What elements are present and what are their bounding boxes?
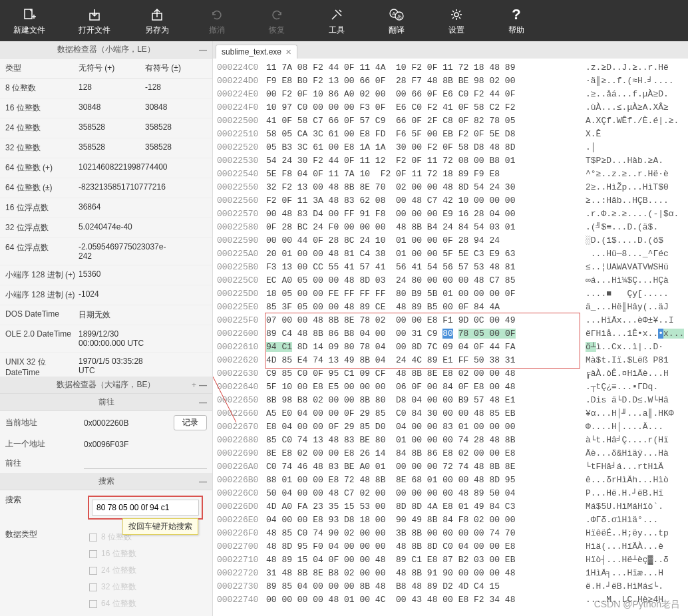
- datatype-option[interactable]: 16 位整数: [84, 545, 207, 562]
- inspector-row: 小端序 128 进制 (±)-1024: [0, 285, 212, 305]
- hex-row[interactable]: 0002251058 05 CA 3C 61 00 E8 FD F6 5F 00…: [213, 128, 688, 141]
- toolbar-label: 另存为: [145, 25, 169, 36]
- open-file-button[interactable]: 打开文件: [79, 6, 110, 36]
- hex-row[interactable]: 000225B0F3 13 00 CC 55 41 57 41 56 41 54…: [213, 261, 688, 274]
- hex-row[interactable]: 0002261094 C1 8D 14 09 80 78 04 00 8D 7C…: [213, 341, 688, 354]
- search-label: 搜索: [5, 494, 79, 506]
- prev-addr-label: 上一个地址: [5, 438, 79, 450]
- hex-row[interactable]: 00022660A5 E0 04 00 00 0F 29 85 C0 84 30…: [213, 407, 688, 420]
- hex-row[interactable]: 0002255032 F2 13 00 48 8B 8E 70 02 00 00…: [213, 181, 688, 194]
- file-tab[interactable]: sublime_text.exe ✕: [216, 45, 297, 59]
- settings-button[interactable]: 设置: [443, 6, 470, 36]
- collapse-icon[interactable]: —: [199, 45, 207, 55]
- add-icon[interactable]: +: [192, 381, 196, 390]
- hex-row[interactable]: 00022670E8 04 00 00 0F 29 85 D0 04 00 00…: [213, 420, 688, 434]
- inspector-row: 24 位整数358528358528: [0, 118, 212, 138]
- hex-row[interactable]: 0002257000 48 83 D4 00 FF 91 F8 00 00 00…: [213, 208, 688, 221]
- hex-row[interactable]: 0002273089 85 04 00 00 00 8B 48 B8 48 89…: [213, 580, 688, 593]
- hex-row[interactable]: 00022630C9 85 C0 0F 95 C1 09 CF 48 8B 8E…: [213, 367, 688, 381]
- new-file-button[interactable]: 新建文件: [13, 6, 45, 36]
- hex-row[interactable]: 000226508B 98 B8 02 00 00 8B 80 D8 04 00…: [213, 394, 688, 407]
- help-icon: ?: [512, 6, 520, 23]
- hex-row[interactable]: 000226204D 85 E4 74 13 49 8B 04 24 4C 89…: [213, 354, 688, 367]
- gear-icon: [450, 6, 463, 23]
- inspector-row: OLE 2.0 DateTime1899/12/30 00:00:00.000 …: [0, 325, 212, 353]
- goto-input[interactable]: [84, 458, 207, 469]
- hex-editor[interactable]: 000224C011 7A 08 F2 44 0F 11 4A 10 F2 0F…: [213, 59, 688, 616]
- save-as-button[interactable]: 另存为: [144, 6, 170, 36]
- search-box: 按回车键开始搜索: [88, 496, 203, 520]
- hex-row[interactable]: 000226E004 00 00 E8 93 D8 18 00 90 49 8B…: [213, 514, 688, 527]
- inspector-be-header[interactable]: 数据检查器（大端序，BE） + —: [0, 377, 212, 394]
- tab-bar: sublime_text.exe ✕: [213, 41, 688, 59]
- goto-panel: 当前地址 0x0002260B 记录 上一个地址 0x0096F03F 前往: [0, 411, 212, 473]
- hex-row[interactable]: 000224C011 7A 08 F2 44 0F 11 4A 10 F2 0F…: [213, 61, 688, 75]
- hex-row[interactable]: 000225405E F8 04 0F 11 7A 10 F2 0F 11 72…: [213, 168, 688, 181]
- inspector-row: 64 位浮点数-2.0595469775023037e-242: [0, 238, 212, 265]
- panel-title: 数据检查器（大端序，BE）: [57, 379, 155, 390]
- toolbar-label: 翻译: [389, 25, 405, 36]
- inspector-row: 32 位浮点数5.0240474e-40: [0, 218, 212, 238]
- translate-button[interactable]: Aあ 翻译: [383, 6, 410, 36]
- hex-row[interactable]: 0002268085 C0 74 13 48 83 BE 80 01 00 00…: [213, 434, 688, 447]
- collapse-icon[interactable]: —: [199, 398, 207, 407]
- hex-row[interactable]: 000226A0C0 74 46 48 83 BE A0 01 00 00 00…: [213, 460, 688, 474]
- inspector-row: DOS DateTime日期无效: [0, 305, 212, 325]
- hex-row[interactable]: 000225C0EC A0 05 00 00 48 8D 03 24 80 00…: [213, 274, 688, 287]
- hex-row[interactable]: 000225800F 28 BC 24 F0 00 00 00 48 8B B4…: [213, 221, 688, 234]
- datatype-option[interactable]: 32 位整数: [84, 579, 207, 595]
- inspector-row: 16 位浮点数36864: [0, 198, 212, 218]
- hex-row[interactable]: 000226F048 85 C0 74 90 02 00 00 3B 8B 00…: [213, 527, 688, 540]
- toolbar-label: 打开文件: [79, 25, 110, 36]
- hex-row[interactable]: 000226D04D A0 FA 23 35 15 53 00 8D 8D 4A…: [213, 500, 688, 514]
- close-icon[interactable]: ✕: [285, 48, 291, 57]
- record-button[interactable]: 记录: [174, 415, 207, 430]
- main-toolbar: 新建文件 打开文件 另存为 撤消 恢复 工具 Aあ 翻译: [0, 0, 688, 41]
- hex-row[interactable]: 0002270048 8D 95 F0 04 00 00 00 48 8B 8D…: [213, 540, 688, 553]
- hex-row[interactable]: 00022560F2 0F 11 3A 48 83 62 08 00 48 C7…: [213, 194, 688, 208]
- hex-row[interactable]: 000225E085 3F 05 00 00 48 89 CE 48 89 B5…: [213, 301, 688, 314]
- hex-row[interactable]: 0002252005 B3 3C 61 00 E8 1A 1A 30 00 F2…: [213, 141, 688, 154]
- hex-row[interactable]: 000225D018 05 00 00 FE FF FF FF 80 B9 5B…: [213, 287, 688, 301]
- tools-button[interactable]: 工具: [323, 6, 350, 36]
- hex-row[interactable]: 000226C050 04 00 00 48 C7 02 00 00 00 00…: [213, 487, 688, 500]
- hex-row[interactable]: 000226B088 01 00 00 E8 72 48 8B 8E 68 01…: [213, 474, 688, 487]
- hex-row[interactable]: 000224D0F9 E8 B0 F2 13 00 66 0F 28 F7 48…: [213, 75, 688, 88]
- hex-row[interactable]: 0002272031 48 8B 8E B8 02 00 00 48 8B 91…: [213, 567, 688, 580]
- search-panel: 搜索 按回车键开始搜索 数据类型 8 位整数 16 位整数 24 位整数 32 …: [0, 490, 212, 616]
- save-as-icon: [150, 6, 164, 23]
- hex-row[interactable]: 000226405F 10 00 E8 E5 00 00 00 06 0F 00…: [213, 381, 688, 394]
- search-tip: 按回车键开始搜索: [122, 518, 198, 535]
- hex-row[interactable]: 000225A020 01 00 00 48 81 C4 38 01 00 00…: [213, 247, 688, 261]
- collapse-icon[interactable]: —: [199, 477, 207, 486]
- inspector-le: 类型 无符号 (+) 有符号 (±) 8 位整数128-12816 位整数308…: [0, 59, 212, 377]
- undo-button[interactable]: 撤消: [204, 6, 230, 36]
- current-addr-value: 0x0002260B: [84, 418, 168, 428]
- hex-row[interactable]: 0002260089 C4 48 8B 86 B8 04 00 00 31 C9…: [213, 327, 688, 341]
- datatype-option[interactable]: 64 位整数: [84, 595, 207, 612]
- inspector-row: 16 位整数3084830848: [0, 98, 212, 118]
- left-panel: 数据检查器（小端序，LE） — 类型 无符号 (+) 有符号 (±) 8 位整数…: [0, 41, 213, 616]
- watermark: CSDN @Python老吕: [594, 599, 680, 611]
- panel-title: 数据检查器（小端序，LE）: [57, 44, 155, 55]
- collapse-icon[interactable]: —: [199, 381, 207, 390]
- search-input[interactable]: [92, 500, 199, 516]
- inspector-row: 64 位整数 (+)10214608221998774400: [0, 158, 212, 178]
- hex-row[interactable]: 0002259000 00 44 0F 28 8C 24 10 01 00 00…: [213, 234, 688, 247]
- datatype-option[interactable]: 24 位整数: [84, 562, 207, 579]
- hex-row[interactable]: 0002271048 89 15 04 0F 00 00 48 89 C1 E8…: [213, 553, 688, 567]
- prev-addr-value: 0x0096F03F: [84, 440, 207, 449]
- search-header[interactable]: 搜索 —: [0, 473, 212, 490]
- hex-row[interactable]: 000226908E E8 02 00 00 E8 26 14 84 8B 86…: [213, 447, 688, 460]
- help-button[interactable]: ? 帮助: [503, 6, 530, 36]
- hex-row[interactable]: 0002253054 24 30 F2 44 0F 11 12 F2 0F 11…: [213, 154, 688, 168]
- redo-button[interactable]: 恢复: [263, 6, 290, 36]
- hex-row[interactable]: 000224E000 F2 0F 10 86 A0 02 00 00 66 0F…: [213, 88, 688, 101]
- tab-label: sublime_text.exe: [222, 47, 281, 57]
- hex-row[interactable]: 0002250041 0F 58 C7 66 0F 57 C9 66 0F 2F…: [213, 114, 688, 128]
- undo-icon: [210, 6, 224, 23]
- hex-row[interactable]: 000224F010 97 C0 00 00 00 F3 0F E6 C0 F2…: [213, 101, 688, 114]
- hex-row[interactable]: 000225F007 00 00 48 8B 8E 78 02 00 00 E8…: [213, 314, 688, 327]
- inspector-le-header[interactable]: 数据检查器（小端序，LE） —: [0, 41, 212, 59]
- goto-header[interactable]: 前往 —: [0, 394, 212, 411]
